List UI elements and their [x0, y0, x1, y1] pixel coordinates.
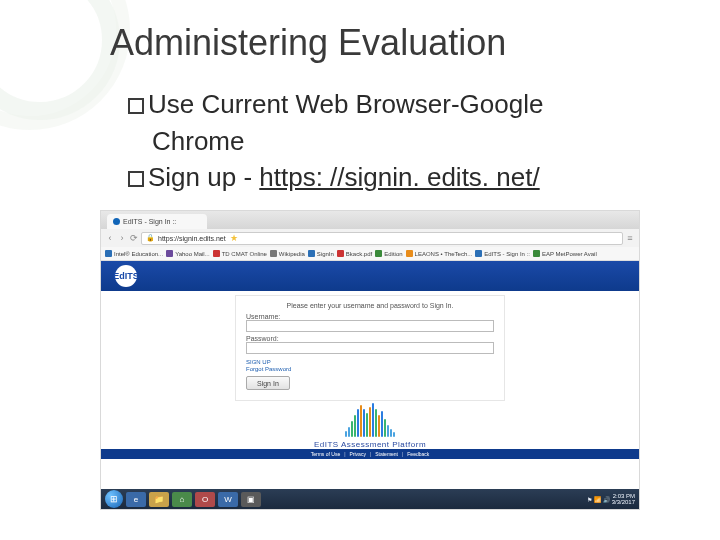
bookmark-icon [533, 250, 540, 257]
checkbox-icon [128, 98, 144, 114]
footer-link[interactable]: Feedback [407, 451, 429, 457]
decor-ring-inner [0, 0, 120, 120]
browser-tab[interactable]: EdITS - Sign In :: [107, 214, 207, 229]
star-icon[interactable]: ★ [230, 233, 238, 243]
password-input[interactable] [246, 342, 494, 354]
taskbar-item[interactable]: W [218, 492, 238, 507]
menu-icon[interactable]: ≡ [625, 233, 635, 243]
bookmark-item[interactable]: TD CMAT Online [213, 250, 267, 257]
taskbar-item[interactable]: O [195, 492, 215, 507]
lock-icon: 🔒 [146, 234, 155, 242]
bookmark-icon [406, 250, 413, 257]
checkbox-icon [128, 171, 144, 187]
taskbar-item[interactable]: e [126, 492, 146, 507]
bookmark-icon [166, 250, 173, 257]
slide-title: Administering Evaluation [110, 22, 690, 64]
bookmark-icon [375, 250, 382, 257]
bullet-2-rest: up - [200, 162, 259, 192]
bookmark-icon [475, 250, 482, 257]
bullet-2-prefix: Sign [148, 162, 200, 192]
password-label: Password: [246, 335, 494, 342]
bookmark-icon [213, 250, 220, 257]
page-content: Please enter your username and password … [101, 291, 639, 479]
browser-tab-bar: EdITS - Sign In :: [101, 211, 639, 229]
bullet-1-rest: Current Web Browser-Google [194, 89, 543, 119]
signup-link[interactable]: SIGN UP [246, 359, 271, 365]
footer-link[interactable]: Privacy [349, 451, 365, 457]
address-bar[interactable]: 🔒 https://signin.edits.net ★ [141, 232, 623, 245]
platform-logo: EdITS Assessment Platform [310, 403, 430, 449]
taskbar-item[interactable]: ▣ [241, 492, 261, 507]
bullet-1-line2: Chrome [128, 125, 670, 158]
bookmark-item[interactable]: Intel® Education... [105, 250, 163, 257]
signup-url-link[interactable]: https: //signin. edits. net/ [259, 162, 539, 192]
bookmark-icon [308, 250, 315, 257]
footer-link[interactable]: Terms of Use [311, 451, 340, 457]
taskbar-item[interactable]: ⌂ [172, 492, 192, 507]
url-text: https://signin.edits.net [158, 235, 226, 242]
login-prompt: Please enter your username and password … [246, 302, 494, 309]
favicon-icon [113, 218, 120, 225]
bullet-1-prefix: Use [148, 89, 194, 119]
taskbar-item[interactable]: 📁 [149, 492, 169, 507]
bookmark-item[interactable]: EAP MetPower Avail [533, 250, 597, 257]
bookmark-item[interactable]: Bkack.pdf [337, 250, 372, 257]
page-footer: Terms of Use| Privacy| Statement| Feedba… [101, 449, 639, 459]
forgot-password-link[interactable]: Forgot Password [246, 366, 494, 372]
bookmarks-bar: Intel® Education... Yahoo Mail... TD CMA… [101, 247, 639, 261]
tray-date: 3/3/2017 [612, 499, 635, 505]
bullet-1: Use Current Web Browser-Google [128, 88, 670, 121]
username-input[interactable] [246, 320, 494, 332]
browser-toolbar: ‹ › ⟳ 🔒 https://signin.edits.net ★ ≡ [101, 229, 639, 247]
start-button[interactable]: ⊞ [105, 490, 123, 508]
brand-logo: EdITS [115, 265, 137, 287]
bookmark-item[interactable]: EdITS - Sign In :: [475, 250, 530, 257]
forward-icon[interactable]: › [117, 233, 127, 243]
brand-header: EdITS [101, 261, 639, 291]
bullet-list: Use Current Web Browser-Google Chrome Si… [128, 88, 670, 198]
signin-button[interactable]: Sign In [246, 376, 290, 390]
waveform-icon [310, 403, 430, 437]
tray-flag-icon[interactable]: ⚑ [587, 496, 592, 503]
embedded-screenshot: EdITS - Sign In :: ‹ › ⟳ 🔒 https://signi… [100, 210, 640, 510]
system-tray: ⚑ 📶 🔊 2:03 PM 3/3/2017 [587, 493, 635, 505]
bookmark-icon [270, 250, 277, 257]
bookmark-item[interactable]: LEAONS • TheTech... [406, 250, 473, 257]
back-icon[interactable]: ‹ [105, 233, 115, 243]
platform-name: EdITS Assessment Platform [310, 440, 430, 449]
bookmark-icon [337, 250, 344, 257]
bookmark-item[interactable]: Edition [375, 250, 402, 257]
tray-clock[interactable]: 2:03 PM 3/3/2017 [612, 493, 635, 505]
bullet-2: Sign up - https: //signin. edits. net/ [128, 161, 670, 194]
windows-taskbar: ⊞ e 📁 ⌂ O W ▣ ⚑ 📶 🔊 2:03 PM 3/3/2017 [101, 489, 639, 509]
tray-network-icon[interactable]: 📶 [594, 496, 601, 503]
reload-icon[interactable]: ⟳ [129, 233, 139, 243]
bookmark-item[interactable]: Wikipedia [270, 250, 305, 257]
tray-volume-icon[interactable]: 🔊 [603, 496, 610, 503]
bookmark-icon [105, 250, 112, 257]
bookmark-item[interactable]: Yahoo Mail... [166, 250, 210, 257]
login-card: Please enter your username and password … [235, 295, 505, 401]
username-label: Username: [246, 313, 494, 320]
footer-link[interactable]: Statement [375, 451, 398, 457]
tab-title: EdITS - Sign In :: [123, 218, 176, 225]
bookmark-item[interactable]: SignIn [308, 250, 334, 257]
